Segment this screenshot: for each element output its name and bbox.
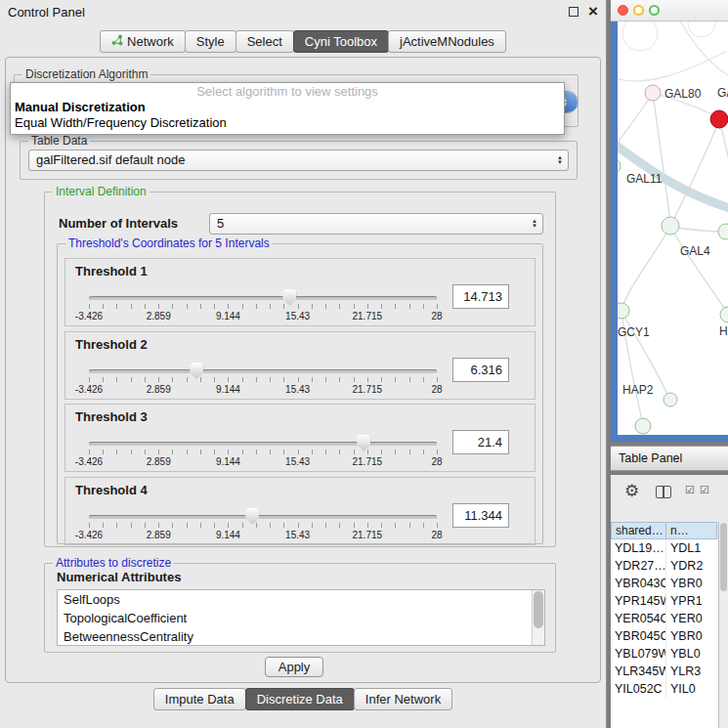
node-label: GA [717,86,728,100]
table-cell[interactable]: YBR0 [666,575,718,592]
close-traffic-light-icon[interactable] [618,5,628,16]
numerical-attributes-list[interactable]: SelfLoopsTopologicalCoefficientBetweenne… [57,589,545,646]
tick-label: -3.426 [75,311,103,321]
tab-select[interactable]: Select [236,30,294,53]
network-node[interactable] [664,393,677,407]
node-label: GAL4 [680,244,710,258]
table-cell[interactable]: YPR145W [611,592,666,610]
select-columns-checkbox-icons[interactable]: ☑ ☑ [685,484,710,496]
network-node[interactable] [720,307,728,322]
table-panel-header[interactable]: Table Panel [611,446,728,471]
network-node[interactable] [662,217,679,235]
network-edge[interactable] [618,51,727,81]
tab-cyni-toolbox[interactable]: Cyni Toolbox [293,30,389,53]
threshold-panel: Threshold 1 -3.4262.8599.14415.4321.7152… [64,258,535,326]
network-node[interactable] [635,418,651,434]
table-cell[interactable]: YDL1 [666,539,718,557]
table-row[interactable]: YER054CYER0 [611,610,718,627]
combo-arrows-icon: ▲▼ [532,219,537,229]
network-node[interactable] [618,303,629,319]
tab-network[interactable]: Network [100,30,186,53]
control-panel-titlebar[interactable]: Control Panel × [0,0,606,23]
gear-icon[interactable]: ⚙ [624,481,639,501]
number-of-intervals-combobox[interactable]: 5 ▲▼ [209,213,543,235]
table-row[interactable]: YDL19…YDL1 [611,539,718,557]
slider-track[interactable] [89,369,437,373]
network-node[interactable] [645,85,661,101]
network-edge[interactable] [618,93,653,150]
network-node[interactable] [618,158,621,174]
table-data-combobox[interactable]: galFiltered.sif default node ▲▼ [28,150,569,171]
table-cell[interactable]: YBL0 [666,645,718,663]
slider-track[interactable] [89,442,437,446]
table-cell[interactable]: YLR345W [611,663,666,680]
threshold-label: Threshold 3 [75,409,148,424]
tick-label: 21.715 [353,530,383,540]
tick-label: 28 [431,311,442,321]
table-scrollbar[interactable] [718,522,728,728]
network-edge[interactable] [653,93,670,225]
network-edge[interactable] [621,227,670,309]
tab-discretize-data[interactable]: Discretize Data [245,688,355,710]
table-cell[interactable]: YBR043C [611,575,666,592]
table-row[interactable]: YPR145WYPR1 [611,592,718,610]
table-cell[interactable]: YIL052C [611,680,666,698]
threshold-value-field[interactable]: 21.4 [452,430,509,454]
network-window-titlebar[interactable] [611,0,728,21]
columns-icon[interactable] [656,486,671,498]
table-cell[interactable]: YDR27… [611,557,666,575]
table-cell[interactable]: YBR045C [611,627,666,645]
tick-label: 21.715 [353,456,383,467]
table-row[interactable]: YBL079WYBL0 [611,645,718,663]
table-cell[interactable]: YDL19… [611,539,666,557]
slider-track[interactable] [89,515,437,519]
tab-infer-network[interactable]: Infer Network [354,688,452,710]
list-item[interactable]: TopologicalCoefficient [58,609,544,627]
table-cell[interactable]: YDR2 [666,557,718,575]
threshold-value-field[interactable]: 6.316 [452,358,509,382]
table-cell[interactable]: YPR1 [666,592,718,610]
network-node[interactable] [710,110,728,128]
table-row[interactable]: YBR043CYBR0 [611,575,718,592]
scrollbar-thumb[interactable] [534,591,543,628]
tab-jactivemnodules[interactable]: jActiveMNodules [388,30,506,53]
table-cell[interactable]: YBR0 [666,627,718,645]
tab-impute-data[interactable]: Impute Data [153,688,246,710]
table-row[interactable]: YIL052CYIL0 [611,680,718,698]
threshold-value-field[interactable]: 14.713 [452,284,509,309]
network-edge[interactable] [719,120,728,180]
network-canvas[interactable]: GAL80GAGAL11GAL4GCY1HHAP2 [618,21,728,435]
scrollbar-thumb[interactable] [720,523,727,591]
dropdown-option-equal-width[interactable]: Equal Width/Frequency Discretization [11,115,564,131]
tab-style[interactable]: Style [185,30,236,53]
tick-label: 2.859 [147,530,171,540]
list-item[interactable]: BetweennessCentrality [58,627,544,646]
table-cell[interactable]: YLR3 [666,663,718,680]
table-cell[interactable]: YBL079W [611,645,666,663]
float-window-icon[interactable] [569,7,578,17]
list-item[interactable]: SelfLoops [58,590,544,609]
network-node[interactable] [718,224,728,239]
tab-label: Select [247,31,282,52]
dropdown-option-manual-discretization[interactable]: Manual Discretization [11,100,564,115]
zoom-traffic-light-icon[interactable] [649,5,660,16]
apply-button[interactable]: Apply [265,657,323,677]
tab-label: Impute Data [165,689,235,709]
table-row[interactable]: YDR27…YDR2 [611,557,718,575]
list-scrollbar[interactable] [532,590,544,645]
column-header-name[interactable]: n… [665,522,717,539]
table-cell[interactable]: YER0 [666,610,718,627]
network-edge[interactable] [676,21,728,78]
table-row[interactable]: YBR045CYBR0 [611,627,718,645]
network-edge[interactable] [672,120,719,223]
slider-track[interactable] [89,296,437,300]
network-tab-icon [111,31,123,52]
table-row[interactable]: YLR345WYLR3 [611,663,718,680]
minimize-traffic-light-icon[interactable] [633,5,644,16]
column-header-shared-name[interactable]: shared… [611,522,666,539]
network-edge[interactable] [670,227,727,313]
close-icon[interactable]: × [588,2,598,21]
threshold-value-field[interactable]: 11.344 [452,503,509,528]
table-cell[interactable]: YER054C [611,610,666,627]
table-cell[interactable]: YIL0 [666,680,718,698]
